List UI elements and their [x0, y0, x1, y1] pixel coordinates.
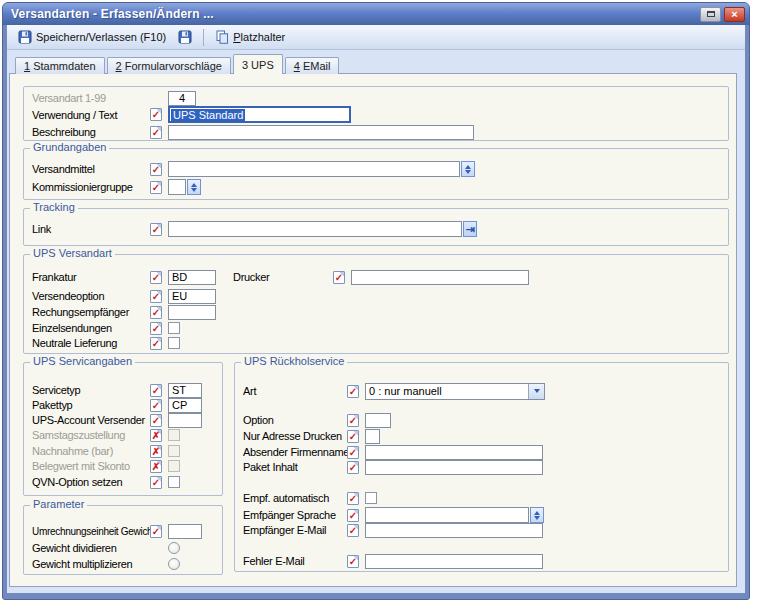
tab-formularvorschlaege[interactable]: 2 Formularvorschläge	[107, 57, 231, 74]
versandmittel-field[interactable]	[168, 161, 460, 177]
verwendung-field[interactable]: UPS Standard	[168, 106, 351, 123]
tab-stammdaten[interactable]: 1 Stammdaten	[15, 57, 105, 74]
art-dropdown[interactable]: 0 : nur manuell	[365, 383, 545, 400]
tab-email[interactable]: 4 EMail	[285, 57, 340, 74]
belegwert-checkbox[interactable]	[168, 460, 180, 472]
field-disabled-icon[interactable]: ✗	[150, 460, 162, 473]
ups-account-field[interactable]	[168, 413, 202, 428]
option-field[interactable]	[365, 413, 391, 428]
qvn-option-checkbox[interactable]	[168, 476, 180, 488]
frankatur-field[interactable]	[168, 270, 216, 285]
neutrale-lieferung-label: Neutrale Lieferung	[32, 337, 150, 349]
empfaenger-sprache-field[interactable]	[365, 507, 529, 523]
field-enabled-icon[interactable]: ✓	[150, 476, 162, 489]
gewicht-dividieren-radio[interactable]	[168, 542, 180, 554]
samstagszustellung-checkbox[interactable]	[168, 429, 180, 441]
nur-adresse-field[interactable]	[365, 429, 380, 444]
field-enabled-icon[interactable]: ✓	[150, 399, 162, 412]
field-disabled-icon[interactable]: ✗	[150, 445, 162, 458]
field-enabled-icon[interactable]: ✓	[347, 524, 359, 537]
field-enabled-icon[interactable]: ✓	[150, 306, 162, 319]
field-enabled-icon[interactable]: ✓	[150, 181, 162, 194]
field-enabled-icon[interactable]: ✓	[347, 430, 359, 443]
field-enabled-icon[interactable]: ✓	[347, 555, 359, 568]
gewicht-multiplizieren-radio[interactable]	[168, 558, 180, 570]
spinner-button[interactable]	[530, 507, 544, 523]
neutrale-lieferung-checkbox[interactable]	[168, 337, 180, 349]
kommissioniergruppe-field[interactable]	[168, 179, 186, 195]
ups-account-label: UPS-Account Versender	[32, 414, 150, 426]
group-title: Grundangaben	[30, 141, 109, 153]
field-enabled-icon[interactable]: ✓	[347, 385, 359, 398]
field-enabled-icon[interactable]: ✓	[150, 223, 162, 236]
beschreibung-label: Beschreibung	[32, 126, 150, 138]
field-enabled-icon[interactable]: ✓	[150, 290, 162, 303]
nachnahme-checkbox[interactable]	[168, 445, 180, 457]
rechnungsempfaenger-label: Rechungsempfänger	[32, 306, 150, 318]
spinner-down-icon	[534, 516, 540, 520]
field-enabled-icon[interactable]: ✓	[347, 446, 359, 459]
einzelsendungen-checkbox[interactable]	[168, 322, 180, 334]
group-title: Parameter	[30, 498, 87, 510]
copy-icon	[215, 30, 229, 44]
maximize-icon	[707, 11, 715, 17]
save-exit-button[interactable]: Speichern/Verlassen (F10)	[12, 27, 172, 47]
field-enabled-icon[interactable]: ✓	[150, 271, 162, 284]
empf-automatisch-checkbox[interactable]	[365, 492, 377, 504]
umrechnung-field[interactable]	[168, 524, 202, 539]
field-enabled-icon[interactable]: ✓	[333, 271, 345, 284]
spinner-button[interactable]	[461, 161, 475, 177]
toolbar-separator	[203, 29, 204, 46]
empfaenger-email-field[interactable]	[365, 523, 543, 538]
frankatur-label: Frankatur	[32, 271, 150, 283]
versendeoption-field[interactable]	[168, 289, 216, 304]
servicetyp-field[interactable]	[168, 383, 202, 398]
close-button[interactable]: ×	[724, 7, 745, 22]
drucker-field[interactable]	[351, 270, 529, 285]
spinner-down-icon	[191, 188, 197, 192]
field-enabled-icon[interactable]: ✓	[150, 337, 162, 350]
tab-ups[interactable]: 3 UPS	[233, 54, 283, 74]
field-enabled-icon[interactable]: ✓	[150, 384, 162, 397]
group-tracking: Tracking Link ✓ ⇥	[23, 208, 729, 246]
servicetyp-label: Servicetyp	[32, 384, 150, 396]
spinner-up-icon	[534, 511, 540, 515]
rechnungsempfaenger-field[interactable]	[168, 305, 216, 320]
field-enabled-icon[interactable]: ✓	[347, 509, 359, 522]
save-exit-label: Speichern/Verlassen (F10)	[36, 31, 166, 43]
field-disabled-icon[interactable]: ✗	[150, 429, 162, 442]
paket-inhalt-field[interactable]	[365, 460, 543, 475]
art-label: Art	[243, 385, 347, 397]
open-link-button[interactable]: ⇥	[463, 221, 477, 237]
field-enabled-icon[interactable]: ✓	[150, 414, 162, 427]
art-selected-value: 0 : nur manuell	[366, 384, 528, 399]
tab-page-ups: Versandart 1-99 Verwendung / Text ✓ UPS …	[9, 73, 737, 587]
maximize-button[interactable]	[700, 7, 721, 22]
spinner-button[interactable]	[187, 179, 201, 195]
window-body: Speichern/Verlassen (F10) Platzhalter	[7, 25, 745, 593]
gewicht-dividieren-label: Gewicht dividieren	[32, 542, 150, 554]
window-title: Versandarten - Erfassen/Ändern ...	[11, 7, 700, 21]
field-enabled-icon[interactable]: ✓	[347, 492, 359, 505]
fehler-email-field[interactable]	[365, 554, 543, 569]
link-field[interactable]	[168, 221, 462, 237]
spinner-down-icon	[465, 170, 471, 174]
kommissioniergruppe-label: Kommissioniergruppe	[32, 181, 150, 193]
gewicht-multiplizieren-label: Gewicht multiplizieren	[32, 558, 150, 570]
field-enabled-icon[interactable]: ✓	[347, 461, 359, 474]
field-enabled-icon[interactable]: ✓	[150, 525, 162, 538]
field-enabled-icon[interactable]: ✓	[150, 163, 162, 176]
beschreibung-field[interactable]	[168, 125, 474, 140]
versandart-nr-field[interactable]	[168, 91, 196, 106]
save-button[interactable]	[172, 27, 198, 47]
verwendung-label: Verwendung / Text	[32, 109, 150, 121]
pakettyp-field[interactable]	[168, 398, 202, 413]
field-enabled-icon[interactable]: ✓	[150, 322, 162, 335]
field-enabled-icon[interactable]: ✓	[150, 108, 162, 121]
absender-firmenname-field[interactable]	[365, 445, 543, 460]
dropdown-button[interactable]	[528, 384, 544, 399]
field-enabled-icon[interactable]: ✓	[150, 126, 162, 139]
placeholder-button[interactable]: Platzhalter	[209, 27, 291, 47]
field-enabled-icon[interactable]: ✓	[347, 414, 359, 427]
versandmittel-label: Versandmittel	[32, 163, 150, 175]
